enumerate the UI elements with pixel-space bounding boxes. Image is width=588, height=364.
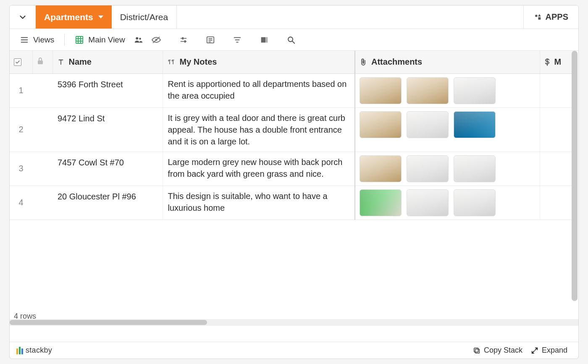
cell-notes[interactable]: It is grey with a teal door and there is… — [163, 107, 355, 152]
divider — [64, 34, 65, 46]
cell-name[interactable]: 7457 Cowl St #70 — [52, 152, 163, 186]
row-number[interactable]: 2 — [10, 107, 32, 152]
cell-notes[interactable]: Rent is apportioned to all departments b… — [163, 73, 355, 107]
cell-money[interactable] — [540, 73, 575, 107]
long-text-icon — [167, 58, 176, 66]
lock-cell — [32, 152, 52, 186]
table-row[interactable]: 29472 Lind StIt is grey with a teal door… — [10, 107, 575, 152]
row-height-icon — [260, 35, 269, 45]
column-label: M — [554, 57, 562, 67]
search-button[interactable] — [284, 32, 298, 47]
attachment-thumbnail[interactable] — [407, 155, 449, 182]
attachment-thumbnail[interactable] — [360, 111, 402, 138]
apps-label: APPS — [546, 12, 568, 22]
table-row[interactable]: 420 Gloucester Pl #96This design is suit… — [10, 186, 575, 220]
lock-cell — [32, 107, 52, 152]
expand-button[interactable]: Expand — [527, 346, 572, 355]
svg-point-3 — [136, 37, 138, 39]
horizontal-scrollbar-track[interactable] — [10, 319, 578, 326]
attachment-thumbnail[interactable] — [407, 111, 449, 138]
attachment-thumbnail[interactable] — [407, 189, 449, 216]
svg-point-4 — [139, 38, 141, 39]
attachment-thumbnail[interactable] — [360, 77, 402, 104]
column-label: Name — [69, 57, 92, 67]
svg-rect-6 — [182, 37, 184, 39]
cell-name[interactable]: 20 Gloucester Pl #96 — [52, 186, 163, 220]
lock-cell — [32, 186, 52, 220]
cell-notes[interactable]: This design is suitable, who want to hav… — [163, 186, 355, 220]
hamburger-icon — [20, 35, 29, 45]
filter-button[interactable] — [230, 32, 244, 47]
hide-columns-button[interactable] — [149, 32, 164, 47]
lock-header — [32, 51, 52, 73]
tab-menu-caret-icon — [98, 16, 103, 18]
collapse-tabs-button[interactable] — [10, 5, 36, 29]
cell-money[interactable] — [540, 107, 575, 152]
share-view-button[interactable] — [131, 32, 145, 47]
cell-attachments[interactable] — [355, 152, 540, 186]
cell-attachments[interactable] — [355, 107, 540, 152]
copy-stack-button[interactable]: Copy Stack — [469, 346, 527, 355]
svg-rect-7 — [184, 40, 186, 42]
list-group-icon — [206, 35, 215, 45]
row-number[interactable]: 4 — [10, 186, 32, 220]
column-label: My Notes — [180, 57, 217, 67]
svg-rect-13 — [474, 348, 478, 352]
column-header-attachments[interactable]: Attachments — [355, 51, 540, 73]
shapes-icon — [534, 13, 542, 21]
tab-district-area[interactable]: District/Area — [112, 5, 177, 29]
svg-rect-12 — [475, 349, 479, 353]
view-selector[interactable]: Main View — [72, 32, 127, 47]
views-button[interactable]: Views — [17, 32, 57, 47]
apps-button[interactable]: APPS — [523, 5, 578, 29]
row-height-button[interactable] — [257, 32, 271, 47]
cell-attachments[interactable] — [355, 73, 540, 107]
tab-label: District/Area — [120, 12, 168, 22]
attachment-thumbnail[interactable] — [454, 111, 496, 138]
dollar-icon — [544, 58, 550, 66]
view-toolbar: Views Main View — [10, 29, 578, 51]
cell-notes[interactable]: Large modern grey new house with back po… — [163, 152, 355, 186]
attachment-thumbnail[interactable] — [454, 189, 496, 216]
column-header-notes[interactable]: My Notes — [163, 51, 355, 73]
text-type-icon — [57, 58, 65, 66]
cell-money[interactable] — [540, 152, 575, 186]
cell-name[interactable]: 5396 Forth Street — [52, 73, 163, 107]
svg-rect-9 — [261, 37, 265, 42]
adjust-button[interactable] — [176, 32, 191, 47]
attachment-thumbnail[interactable] — [360, 155, 402, 182]
column-header-money[interactable]: M — [540, 51, 575, 73]
attachment-thumbnail[interactable] — [360, 189, 402, 216]
checkbox-icon — [14, 58, 21, 66]
column-header-name[interactable]: Name — [52, 51, 163, 73]
people-icon — [134, 36, 143, 44]
logo-icon — [16, 347, 23, 354]
grid-view-icon — [75, 35, 84, 45]
row-number[interactable]: 3 — [10, 152, 32, 186]
row-number[interactable]: 1 — [10, 73, 32, 107]
data-grid: Name My Notes — [10, 51, 575, 220]
svg-rect-2 — [76, 36, 83, 43]
table-row[interactable]: 15396 Forth StreetRent is apportioned to… — [10, 73, 575, 107]
vertical-scrollbar[interactable] — [572, 51, 578, 301]
table-row[interactable]: 37457 Cowl St #70Large modern grey new h… — [10, 152, 575, 186]
group-button[interactable] — [203, 32, 218, 47]
select-all-header[interactable] — [10, 51, 32, 73]
eye-off-icon — [151, 35, 161, 45]
cell-name[interactable]: 9472 Lind St — [52, 107, 163, 152]
attachment-thumbnail[interactable] — [454, 155, 496, 182]
column-label: Attachments — [371, 57, 422, 67]
copy-icon — [473, 347, 480, 354]
horizontal-scrollbar-thumb[interactable] — [10, 320, 207, 325]
attachment-thumbnail[interactable] — [407, 77, 449, 104]
attachment-thumbnail[interactable] — [454, 77, 496, 104]
cell-attachments[interactable] — [355, 186, 540, 220]
lock-cell — [32, 73, 52, 107]
search-icon — [286, 35, 296, 45]
tab-apartments[interactable]: Apartments — [36, 5, 112, 29]
brand-logo[interactable]: stackby — [16, 346, 52, 355]
view-name: Main View — [88, 35, 125, 45]
cell-money[interactable] — [540, 186, 575, 220]
svg-rect-1 — [538, 17, 541, 20]
app-window: Apartments District/Area APPS Views — [9, 5, 579, 359]
